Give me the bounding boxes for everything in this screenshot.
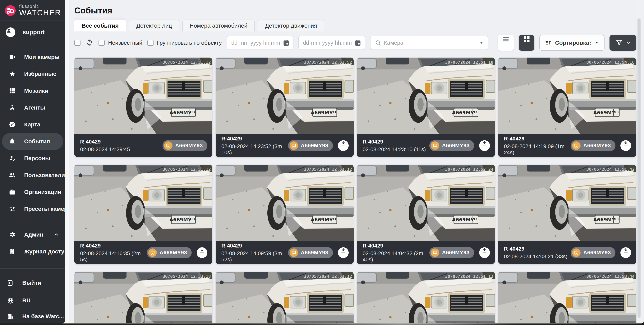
sidebar-item-label: Мои камеры [24, 54, 60, 60]
plate-badge[interactable]: A669MY93 [570, 140, 616, 151]
event-card[interactable]: А669МУ 93 30/05/2024 12:51:12 R-40429 02… [216, 165, 354, 264]
tab-all-events[interactable]: Все события [74, 20, 126, 32]
event-thumbnail[interactable]: А669МУ 93 30/05/2024 12:53:44 [498, 272, 636, 323]
plate-badge[interactable]: A669MY93 [570, 247, 616, 258]
refresh-icon[interactable] [86, 39, 94, 47]
tab-face-detector[interactable]: Детектор лиц [129, 20, 179, 32]
turn-signal [284, 297, 289, 308]
tab-motion-detector[interactable]: Детектор движения [258, 20, 324, 32]
user-profile[interactable]: support [0, 21, 65, 42]
sidebar-item-label: Мозаики [24, 88, 48, 94]
event-thumbnail[interactable]: А669МУ 93 30/05/2024 12:51:12 [74, 58, 212, 134]
plate-badge[interactable]: A669MY93 [162, 140, 208, 151]
event-thumbnail[interactable]: А669МУ 93 30/05/2024 12:54:18 [498, 58, 636, 134]
unknown-checkbox[interactable] [98, 40, 105, 46]
bell-icon [9, 138, 16, 145]
plate-badge[interactable]: A669MY93 [288, 140, 333, 151]
event-card[interactable]: А669МУ 93 30/05/2024 12:51:42 R-40429 02… [498, 165, 636, 264]
camera-select[interactable] [370, 36, 488, 50]
sidebar-item-organizations[interactable]: Организации [2, 184, 63, 200]
event-thumbnail[interactable]: А669МУ 93 30/05/2024 12:51:18 [357, 58, 495, 134]
dropdown-caret-icon[interactable] [478, 40, 484, 46]
sidebar-item-admin[interactable]: Админ [2, 226, 63, 243]
sort-button[interactable]: Сортировка: [539, 35, 604, 51]
calendar-icon[interactable] [354, 39, 361, 46]
plate-badge[interactable]: A669MY93 [288, 247, 333, 258]
event-card[interactable]: А669МУ 93 30/05/2024 12:51:12 [216, 272, 354, 323]
funnel-icon [615, 39, 623, 47]
event-card[interactable]: А669МУ 93 30/05/2024 12:51:12 R-40429 02… [74, 165, 212, 264]
flussonic-logo-icon [5, 5, 16, 16]
event-thumbnail[interactable]: А669МУ 93 30/05/2024 12:51:12 [216, 165, 354, 241]
event-thumbnail[interactable]: А669МУ 93 30/05/2024 12:51:12 [357, 272, 495, 323]
sidebar-item-my-cameras[interactable]: Мои камеры [2, 49, 63, 65]
download-button[interactable] [338, 247, 349, 258]
event-card[interactable]: А669МУ 93 30/05/2024 12:52:52 R-40429 02… [216, 58, 354, 157]
camera-input[interactable] [384, 40, 476, 46]
date-to-input[interactable] [303, 40, 352, 46]
sidebar-item-users[interactable]: Пользователи [2, 167, 63, 184]
grid-view-button[interactable] [519, 35, 534, 51]
event-card[interactable]: А669МУ 93 30/05/2024 12:51:12 R-40429 02… [74, 58, 212, 157]
sidebar-item-mosaics[interactable]: Мозаики [2, 82, 63, 99]
event-timestamp: 02-08-2024 14:29:45 [80, 146, 130, 153]
event-thumbnail[interactable]: А669МУ 93 30/05/2024 12:52:24 [357, 165, 495, 241]
sidebar-item-events[interactable]: События [2, 133, 63, 150]
event-card[interactable]: А669МУ 93 30/05/2024 12:51:18 R-40429 02… [357, 58, 495, 157]
list-icon [498, 35, 514, 51]
event-card[interactable]: А669МУ 93 30/05/2024 12:52:24 R-40429 02… [357, 165, 495, 264]
camera-overlay-timestamp: 30/05/2024 12:53:18 [162, 274, 211, 279]
brand-logo[interactable]: flussonic WATCHER [0, 0, 65, 21]
event-thumbnail[interactable]: А669МУ 93 30/05/2024 12:52:52 [216, 58, 354, 134]
download-button[interactable] [479, 247, 490, 258]
group-by-object-checkbox[interactable] [148, 40, 154, 46]
sidebar-item-favorites[interactable]: Избранные [2, 65, 63, 82]
filters-toolbar: Неизвестный Группировать по объекту [74, 35, 636, 51]
sidebar-item-agents[interactable]: Агенты [2, 99, 63, 116]
event-thumbnail[interactable]: А669МУ 93 30/05/2024 12:51:42 [498, 165, 636, 241]
event-card[interactable]: А669МУ 93 30/05/2024 12:54:18 R-40429 02… [498, 58, 636, 157]
download-button[interactable] [479, 140, 490, 151]
filter-button[interactable] [610, 35, 636, 51]
sidebar-item-map[interactable]: Карта [2, 116, 63, 133]
date-from-input[interactable] [231, 40, 280, 46]
language-switcher[interactable]: RU [0, 292, 65, 309]
powered-by-link[interactable]: На базе Watc... [0, 309, 65, 323]
calendar-icon[interactable] [283, 39, 290, 46]
download-button[interactable] [338, 140, 349, 151]
plate-badge[interactable]: A669MY93 [429, 140, 474, 151]
cctv-frame: А669МУ 93 30/05/2024 12:51:12 [357, 272, 495, 323]
event-card[interactable]: А669МУ 93 30/05/2024 12:53:44 [498, 272, 636, 323]
date-to-field[interactable] [298, 36, 365, 50]
svg-text:93: 93 [190, 217, 195, 221]
logout-button[interactable]: Выйти [0, 274, 65, 292]
scrollbar-track[interactable] [637, 0, 641, 323]
cctv-frame: А669МУ 93 30/05/2024 12:53:44 [498, 272, 636, 323]
plate-badge[interactable]: A669MY93 [429, 247, 474, 258]
svg-text:93: 93 [332, 110, 336, 114]
tab-license-plates[interactable]: Номера автомобилей [182, 20, 255, 32]
sidebar-item-access-log[interactable]: Журнал доступа [2, 243, 63, 260]
event-thumbnail[interactable]: А669МУ 93 30/05/2024 12:51:12 [74, 165, 212, 241]
event-card[interactable]: А669МУ 93 30/05/2024 12:51:12 [357, 272, 495, 323]
download-button[interactable] [197, 247, 208, 258]
download-button[interactable] [620, 247, 631, 258]
list-view-button[interactable] [498, 35, 514, 51]
plate-badge[interactable]: A669MY93 [147, 247, 192, 258]
car: А669МУ 93 [267, 272, 354, 323]
chevron-down-icon [626, 41, 630, 45]
logout-icon [7, 279, 14, 286]
scrollbar-thumb[interactable] [638, 19, 640, 318]
event-thumbnail[interactable]: А669МУ 93 30/05/2024 12:53:18 [74, 272, 212, 323]
date-from-field[interactable] [227, 36, 294, 50]
sidebar-item-persons[interactable]: Персоны [2, 150, 63, 167]
event-card[interactable]: А669МУ 93 30/05/2024 12:53:18 [74, 272, 212, 323]
event-camera-name: R-40429 [363, 243, 429, 249]
download-button[interactable] [620, 140, 631, 151]
sidebar-item-label: Пресеты камер [24, 206, 68, 212]
turn-signal [284, 83, 289, 94]
select-all-checkbox[interactable] [74, 40, 80, 46]
cctv-frame: А669МУ 93 30/05/2024 12:51:42 [498, 165, 636, 241]
event-thumbnail[interactable]: А669МУ 93 30/05/2024 12:51:12 [216, 272, 354, 323]
sidebar-item-camera-presets[interactable]: Пресеты камер [2, 200, 63, 217]
